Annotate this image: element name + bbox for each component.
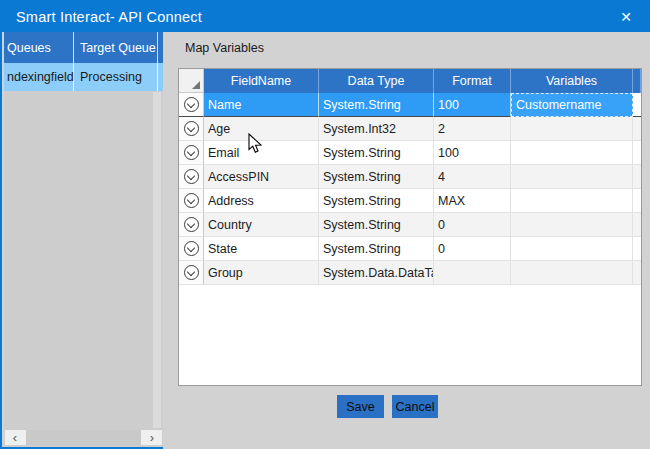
close-icon: ✕ (620, 9, 632, 25)
grid-row[interactable]: Age System.Int32 2 (179, 117, 641, 141)
queues-header-row: Queues Target Queue (4, 32, 163, 63)
cell-filler (633, 213, 641, 237)
cell-filler (633, 117, 641, 141)
cell-filler (633, 93, 641, 117)
cell-format[interactable]: 0 (434, 213, 511, 237)
cell-datatype[interactable]: System.String (319, 141, 434, 165)
row-expander[interactable] (179, 117, 204, 141)
close-button[interactable]: ✕ (609, 2, 643, 32)
column-header-datatype[interactable]: Data Type (319, 69, 434, 93)
cancel-button[interactable]: Cancel (392, 395, 438, 418)
horizontal-scrollbar[interactable]: ‹ › (5, 430, 162, 445)
column-header-format[interactable]: Format (434, 69, 511, 93)
scroll-left-icon[interactable]: ‹ (5, 430, 25, 445)
cell-variables[interactable] (511, 237, 633, 261)
cell-filler (633, 237, 641, 261)
queues-panel: Queues Target Queue ndexingfield Process… (4, 32, 163, 447)
row-expander[interactable] (179, 237, 204, 261)
cell-fieldname[interactable]: Age (204, 117, 319, 141)
column-header-variables[interactable]: Variables (511, 69, 633, 93)
cell-filler (633, 189, 641, 213)
grid-body: Name System.String 100 Customername Age … (179, 93, 641, 285)
row-expander[interactable] (179, 213, 204, 237)
vertical-scrollbar[interactable] (153, 92, 161, 428)
cell-fieldname[interactable]: Name (204, 93, 319, 117)
cell-variables[interactable] (511, 117, 633, 141)
column-header-filler (633, 69, 641, 93)
chevron-down-icon (184, 97, 199, 112)
map-variables-panel: Map Variables FieldName Data Type Format… (163, 32, 650, 449)
cell-datatype[interactable]: System.Data.DataTab (319, 261, 434, 285)
queues-column-header[interactable]: Queues (4, 32, 74, 63)
grid-row[interactable]: Address System.String MAX (179, 189, 641, 213)
cell-variables[interactable]: Customername (511, 93, 633, 117)
cell-variables[interactable] (511, 213, 633, 237)
cell-filler (633, 165, 641, 189)
cell-variables[interactable] (511, 189, 633, 213)
queue-name-cell[interactable]: ndexingfield (4, 63, 74, 91)
cell-format[interactable]: 0 (434, 237, 511, 261)
chevron-down-icon (184, 145, 199, 160)
cell-datatype[interactable]: System.String (319, 237, 434, 261)
cell-fieldname[interactable]: AccessPIN (204, 165, 319, 189)
cell-filler (633, 261, 641, 285)
cell-format[interactable]: 100 (434, 93, 511, 117)
grid-row[interactable]: Name System.String 100 Customername (179, 93, 641, 117)
grid-row[interactable]: Group System.Data.DataTab (179, 261, 641, 285)
cell-fieldname[interactable]: Group (204, 261, 319, 285)
chevron-down-icon (184, 217, 199, 232)
cell-format[interactable]: MAX (434, 189, 511, 213)
scrollbar-thumb[interactable] (26, 430, 141, 445)
row-expander[interactable] (179, 93, 204, 117)
row-expander[interactable] (179, 261, 204, 285)
cell-datatype[interactable]: System.String (319, 165, 434, 189)
cell-fieldname[interactable]: Email (204, 141, 319, 165)
row-expander[interactable] (179, 165, 204, 189)
chevron-down-icon (184, 265, 199, 280)
cell-filler (633, 141, 641, 165)
queue-row[interactable]: ndexingfield Processing (4, 63, 163, 91)
title-bar: Smart Interact- API Connect ✕ (2, 2, 650, 32)
cell-format[interactable]: 100 (434, 141, 511, 165)
target-queue-cell[interactable]: Processing (74, 63, 158, 91)
row-expander[interactable] (179, 189, 204, 213)
cell-datatype[interactable]: System.Int32 (319, 117, 434, 141)
chevron-down-icon (184, 193, 199, 208)
map-variables-label: Map Variables (185, 41, 264, 55)
target-queue-column-header[interactable]: Target Queue (74, 32, 158, 63)
cell-variables[interactable] (511, 141, 633, 165)
cell-datatype[interactable]: System.String (319, 189, 434, 213)
cell-fieldname[interactable]: State (204, 237, 319, 261)
cell-datatype[interactable]: System.String (319, 93, 434, 117)
grid-header-row: FieldName Data Type Format Variables (179, 69, 641, 93)
grid-row[interactable]: Country System.String 0 (179, 213, 641, 237)
column-header-fieldname[interactable]: FieldName (204, 69, 319, 93)
cell-format[interactable]: 4 (434, 165, 511, 189)
window-title: Smart Interact- API Connect (16, 9, 202, 25)
select-all-triangle-icon (192, 81, 200, 89)
cell-variables[interactable] (511, 261, 633, 285)
row-expander[interactable] (179, 141, 204, 165)
cell-datatype[interactable]: System.String (319, 213, 434, 237)
cell-fieldname[interactable]: Address (204, 189, 319, 213)
scroll-right-icon[interactable]: › (142, 430, 162, 445)
select-all-corner[interactable] (179, 69, 204, 93)
cell-format[interactable] (434, 261, 511, 285)
grid-row[interactable]: AccessPIN System.String 4 (179, 165, 641, 189)
chevron-down-icon (184, 241, 199, 256)
chevron-down-icon (184, 169, 199, 184)
dialog-window: Smart Interact- API Connect ✕ Queues Tar… (0, 0, 650, 449)
grid-row[interactable]: State System.String 0 (179, 237, 641, 261)
grid-row[interactable]: Email System.String 100 (179, 141, 641, 165)
variables-grid: FieldName Data Type Format Variables Nam… (178, 68, 642, 386)
chevron-down-icon (184, 121, 199, 136)
cell-variables[interactable] (511, 165, 633, 189)
cell-fieldname[interactable]: Country (204, 213, 319, 237)
cell-format[interactable]: 2 (434, 117, 511, 141)
save-button[interactable]: Save (337, 395, 384, 418)
